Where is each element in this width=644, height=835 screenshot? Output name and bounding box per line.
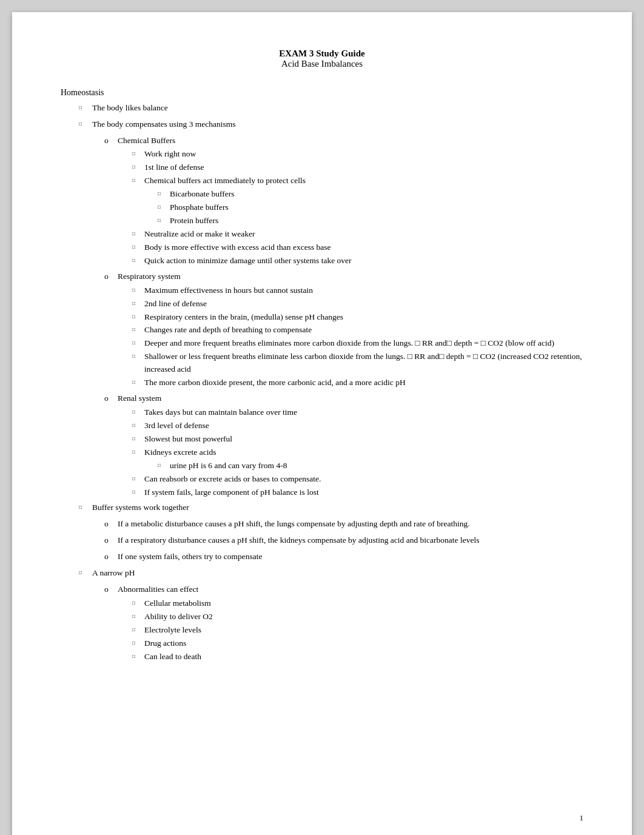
bullet-icon: □ <box>132 377 144 389</box>
list-item: □2nd line of defense <box>132 298 583 310</box>
list-item: □Drug actions <box>132 637 583 650</box>
bullet-icon: □ <box>132 175 144 187</box>
bullet-icon: □ <box>79 501 92 514</box>
bullet-icon: o <box>104 551 118 563</box>
list-item: □Phosphate buffers <box>158 201 583 214</box>
list-item: □1st line of defense <box>132 161 583 174</box>
bullet-icon: □ <box>132 486 144 499</box>
bullet-icon: □ <box>132 284 144 297</box>
bullet-icon: □ <box>158 201 170 214</box>
bullet-icon: □ <box>132 255 144 267</box>
list-item: □The more carbon dioxide present, the mo… <box>132 377 583 389</box>
list-item: oIf a respiratory disturbance causes a p… <box>104 534 583 547</box>
list-item: □Body is more effective with excess acid… <box>132 241 583 254</box>
bullet-icon: □ <box>132 611 144 623</box>
list-item: □urine pH is 6 and can vary from 4-8 <box>158 460 583 472</box>
list-item: □Work right now <box>132 148 583 161</box>
bullet-icon: o <box>104 518 118 531</box>
list-item: □Respiratory centers in the brain, (medu… <box>132 311 583 324</box>
list-item: □Ability to deliver O2 <box>132 611 583 623</box>
list-item: □Chemical buffers act immediately to pro… <box>132 175 583 187</box>
page-subtitle: Acid Base Imbalances <box>61 59 583 69</box>
list-item: □A narrow pH <box>79 567 583 580</box>
list-item: □3rd level of defense <box>132 420 583 432</box>
bullet-icon: □ <box>132 337 144 350</box>
bullet-icon: o <box>104 534 118 547</box>
list-item: □Protein buffers <box>158 215 583 227</box>
page-title: EXAM 3 Study Guide <box>61 49 583 59</box>
list-item: oRenal system <box>104 392 583 405</box>
bullet-icon: □ <box>132 241 144 254</box>
list-item: oIf one system fails, others try to comp… <box>104 551 583 563</box>
list-item: oRespiratory system <box>104 270 583 283</box>
bullet-icon: □ <box>132 311 144 324</box>
list-item: □Takes days but can maintain balance ove… <box>132 406 583 419</box>
bullet-icon: □ <box>132 350 144 376</box>
list-item: □Changes rate and depth of breathing to … <box>132 324 583 337</box>
list-item: □Slowest but most powerful <box>132 433 583 446</box>
page-number: 1 <box>580 813 584 823</box>
bullet-icon: □ <box>132 406 144 419</box>
bullet-icon: □ <box>132 148 144 161</box>
list-item: oAbnormalities can effect <box>104 583 583 596</box>
list-item: □If system fails, large component of pH … <box>132 486 583 499</box>
list-item: □Cellular metabolism <box>132 597 583 610</box>
bullet-icon: □ <box>79 567 92 580</box>
list-item: □Kidneys excrete acids <box>132 446 583 459</box>
bullet-icon: □ <box>158 215 170 227</box>
bullet-icon: □ <box>132 324 144 337</box>
list-item: □Bicarbonate buffers <box>158 188 583 201</box>
bullet-icon: □ <box>132 161 144 174</box>
bullet-icon: o <box>104 392 118 405</box>
list-item: □The body likes balance <box>79 102 583 115</box>
bullet-icon: o <box>104 135 118 147</box>
page: EXAM 3 Study Guide Acid Base Imbalances … <box>12 12 632 835</box>
section-heading: Homeostasis <box>61 86 583 99</box>
bullet-icon: □ <box>132 298 144 310</box>
bullet-icon: □ <box>132 637 144 650</box>
list-item: oChemical Buffers <box>104 135 583 147</box>
bullet-icon: o <box>104 583 118 596</box>
bullet-icon: □ <box>132 651 144 663</box>
page-header: EXAM 3 Study Guide Acid Base Imbalances <box>61 49 583 69</box>
list-item: □Buffer systems work together <box>79 501 583 514</box>
list-item: □Electrolyte levels <box>132 624 583 637</box>
bullet-icon: □ <box>158 188 170 201</box>
bullet-icon: □ <box>79 118 92 131</box>
bullet-icon: □ <box>132 624 144 637</box>
list-item: oIf a metabolic disturbance causes a pH … <box>104 518 583 531</box>
content-body: Homeostasis□The body likes balance□The b… <box>61 86 583 666</box>
list-item: □Maximum effectiveness in hours but cann… <box>132 284 583 297</box>
list-item: □Can reabsorb or excrete acids or bases … <box>132 473 583 486</box>
bullet-icon: □ <box>132 228 144 241</box>
bullet-icon: □ <box>132 446 144 459</box>
bullet-icon: □ <box>132 420 144 432</box>
list-item: □Quick action to minimize damage until o… <box>132 255 583 267</box>
bullet-icon: □ <box>158 460 170 472</box>
list-item: □Can lead to death <box>132 651 583 663</box>
bullet-icon: o <box>104 270 118 283</box>
bullet-icon: □ <box>132 433 144 446</box>
bullet-icon: □ <box>132 597 144 610</box>
bullet-icon: □ <box>79 102 92 115</box>
list-item: □Neutralize acid or make it weaker <box>132 228 583 241</box>
bullet-icon: □ <box>132 473 144 486</box>
list-item: □Deeper and more frequent breaths elimin… <box>132 337 583 350</box>
list-item: □The body compensates using 3 mechanisms <box>79 118 583 131</box>
list-item: □Shallower or less frequent breaths elim… <box>132 350 583 376</box>
